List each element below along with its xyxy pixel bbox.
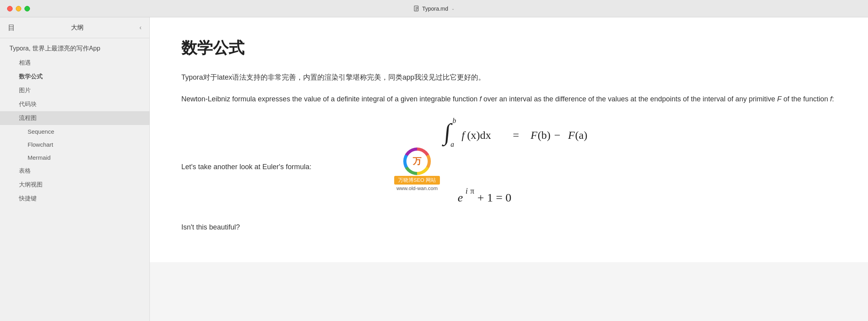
sidebar-item-mermaid[interactable]: Mermaid (0, 151, 149, 164)
paragraph-newton-prefix: Newton-Leibniz formula expresses the val… (181, 95, 479, 103)
collapse-button[interactable]: ‹ (140, 24, 142, 31)
sidebar-item-image[interactable]: 图片 (0, 84, 149, 97)
paragraph-newton-colon: : (832, 95, 834, 103)
sidebar-item-sequence[interactable]: Sequence (0, 125, 149, 138)
svg-text:(a): (a) (575, 129, 587, 141)
italic-F: F (777, 95, 782, 103)
title-text: Typora.md (422, 6, 448, 12)
sidebar-item-table[interactable]: 表格 (0, 164, 149, 178)
svg-text:=: = (513, 129, 519, 141)
sidebar-item-typora-intro[interactable]: Typora, 世界上最漂亮的写作App (0, 41, 149, 56)
sidebar-item-outline[interactable]: 大纲视图 (0, 178, 149, 192)
paragraph-closing: Isn't this beautiful? (181, 221, 836, 233)
svg-text:(x)dx: (x)dx (467, 129, 491, 141)
svg-text:−: − (554, 129, 561, 141)
paragraph-euler-intro: Let's take another look at Euler's formu… (181, 161, 836, 173)
paragraph-newton-leibniz: Newton-Leibniz formula expresses the val… (181, 93, 836, 105)
svg-text:e: e (458, 191, 463, 204)
svg-text:i: i (466, 187, 468, 195)
main-layout: 目 大纲 ‹ Typora, 世界上最漂亮的写作App 相遇 数学公式 图片 代… (0, 17, 868, 321)
minimize-button[interactable] (16, 6, 21, 11)
svg-text:+ 1 = 0: + 1 = 0 (477, 191, 511, 204)
page-title: 数学公式 (181, 37, 836, 59)
svg-text:(b): (b) (538, 129, 551, 141)
sidebar-item-math[interactable]: 数学公式 (0, 70, 149, 84)
svg-text:π: π (470, 187, 474, 195)
sidebar-item-shortcut[interactable]: 快捷键 (0, 192, 149, 205)
sidebar-nav: Typora, 世界上最漂亮的写作App 相遇 数学公式 图片 代码块 流程图 … (0, 38, 149, 321)
content-wrapper: 数学公式 Typora对于latex语法支持的非常完善，内置的渲染引擎堪称完美，… (150, 17, 868, 321)
sidebar-item-xiangjian[interactable]: 相遇 (0, 56, 149, 70)
svg-text:F: F (568, 129, 575, 141)
menu-icon[interactable]: 目 (8, 23, 15, 32)
euler-formula: e i π + 1 = 0 (181, 183, 836, 212)
main-content[interactable]: 数学公式 Typora对于latex语法支持的非常完善，内置的渲染引擎堪称完美，… (150, 17, 868, 262)
sidebar-item-flowchart-sub[interactable]: Flowchart (0, 138, 149, 151)
svg-text:f: f (462, 129, 466, 141)
chevron-icon: ⌄ (451, 6, 454, 11)
maximize-button[interactable] (24, 6, 30, 11)
close-button[interactable] (7, 6, 13, 11)
integral-formula: ∫ a b f (x)dx = F (b) − F (181, 114, 836, 151)
traffic-lights (7, 6, 30, 11)
sidebar-title: 大纲 (21, 24, 133, 32)
paragraph-newton-mid: over an interval as the difference of th… (481, 95, 777, 103)
paragraph-chinese: Typora对于latex语法支持的非常完善，内置的渲染引擎堪称完美，同类app… (181, 71, 836, 84)
titlebar: Typora.md ⌄ (0, 0, 868, 17)
paragraph-newton-suffix: of the function (782, 95, 830, 103)
sidebar-item-codeblock[interactable]: 代码块 (0, 97, 149, 111)
window-title: Typora.md ⌄ (414, 6, 454, 12)
sidebar-item-flowchart[interactable]: 流程图 (0, 111, 149, 125)
sidebar: 目 大纲 ‹ Typora, 世界上最漂亮的写作App 相遇 数学公式 图片 代… (0, 17, 150, 321)
svg-text:b: b (453, 117, 456, 125)
sidebar-header: 目 大纲 ‹ (0, 17, 149, 38)
svg-text:a: a (451, 140, 454, 148)
svg-text:F: F (530, 129, 538, 141)
document-icon (414, 6, 420, 12)
